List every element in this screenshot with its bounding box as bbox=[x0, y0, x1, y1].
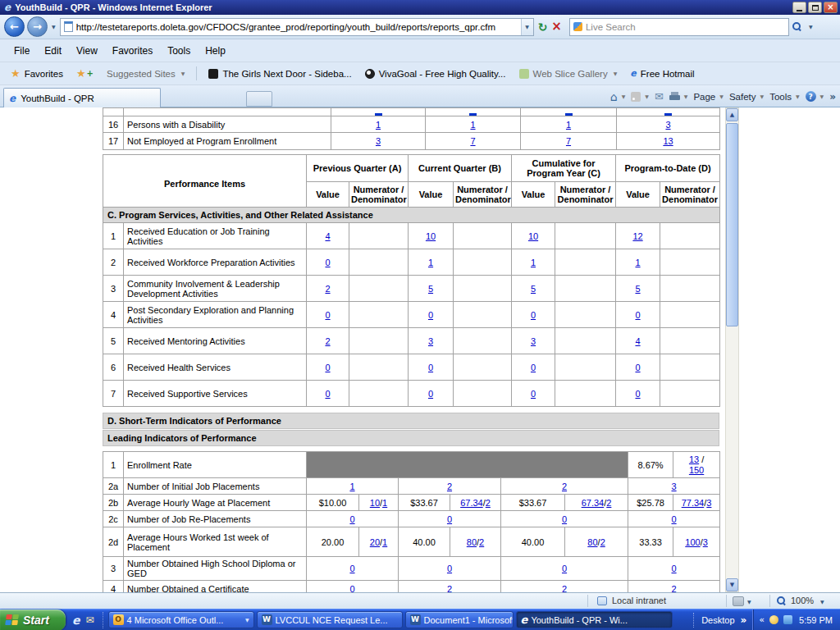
value-link[interactable]: 1 bbox=[531, 258, 536, 267]
numerator-link[interactable]: 10 bbox=[370, 498, 380, 508]
vertical-scrollbar[interactable]: ▲ ▼ bbox=[725, 107, 739, 592]
value-link[interactable]: 2 bbox=[325, 284, 330, 294]
denominator-link[interactable]: 2 bbox=[479, 537, 484, 547]
value-link[interactable]: 1 bbox=[566, 120, 571, 130]
denominator-link[interactable]: 2 bbox=[606, 498, 611, 508]
refresh-button[interactable]: ↻ bbox=[538, 21, 548, 33]
address-input[interactable] bbox=[76, 19, 521, 35]
value-link[interactable]: 4 bbox=[635, 336, 640, 346]
zoom-level[interactable]: 100% bbox=[791, 596, 814, 605]
value-link[interactable]: 12 bbox=[632, 231, 642, 241]
scroll-down-button[interactable]: ▼ bbox=[726, 578, 738, 591]
search-button[interactable] bbox=[789, 18, 806, 36]
value-link[interactable]: 0 bbox=[531, 310, 536, 320]
value-link[interactable]: 5 bbox=[531, 284, 536, 294]
home-button[interactable]: ⌂ ▼ bbox=[610, 91, 626, 103]
value-link[interactable]: 13 bbox=[663, 136, 673, 146]
value-link[interactable]: 2 bbox=[447, 584, 452, 593]
mail-quicklaunch-icon[interactable]: ✉ bbox=[86, 614, 94, 626]
close-button[interactable]: × bbox=[824, 2, 838, 13]
tab-youthbuild-qpr[interactable]: e YouthBuild - QPR bbox=[3, 88, 161, 107]
menu-edit[interactable]: Edit bbox=[37, 43, 69, 59]
value-link[interactable]: 0 bbox=[325, 310, 330, 320]
maximize-button[interactable] bbox=[808, 2, 822, 13]
help-button[interactable]: ? ▼ bbox=[806, 91, 824, 102]
numerator-link[interactable]: 13 bbox=[689, 454, 699, 464]
menu-file[interactable]: File bbox=[7, 43, 37, 59]
address-dropdown[interactable]: ▼ bbox=[521, 19, 533, 35]
value-link[interactable]: 2 bbox=[562, 482, 567, 491]
value-link[interactable]: 0 bbox=[325, 389, 330, 399]
value-link[interactable]: 4 bbox=[325, 231, 330, 241]
value-link[interactable]: 3 bbox=[428, 336, 433, 346]
recent-pages-dropdown[interactable]: ▼ bbox=[52, 24, 56, 30]
value-link[interactable]: 0 bbox=[349, 584, 354, 593]
value-link[interactable]: 2 bbox=[447, 482, 452, 491]
denominator-link[interactable]: 3 bbox=[706, 498, 711, 508]
numerator-link[interactable]: 80 bbox=[467, 537, 477, 547]
value-link[interactable]: 7 bbox=[470, 136, 475, 146]
value-link[interactable]: 1 bbox=[635, 258, 640, 267]
clock[interactable]: 5:59 PM bbox=[799, 615, 833, 625]
value-link[interactable]: 0 bbox=[672, 564, 677, 573]
search-input[interactable] bbox=[586, 19, 788, 35]
value-link[interactable]: 5 bbox=[635, 284, 640, 294]
value-link[interactable]: 0 bbox=[428, 310, 433, 320]
value-link[interactable]: 0 bbox=[325, 258, 330, 267]
value-link[interactable]: 7 bbox=[566, 136, 571, 146]
security-report-icon[interactable] bbox=[733, 596, 744, 606]
numerator-link[interactable]: 67.34 bbox=[460, 498, 483, 508]
value-link[interactable]: 0 bbox=[349, 564, 354, 573]
menu-help[interactable]: Help bbox=[198, 43, 233, 59]
tray-collapse-button[interactable]: « bbox=[759, 614, 765, 625]
toolbar-overflow-button[interactable]: » bbox=[829, 91, 836, 103]
value-link[interactable]: 10 bbox=[528, 231, 538, 241]
value-link[interactable]: 10 bbox=[426, 231, 436, 241]
favorites-link-free-hotmail[interactable]: e Free Hotmail bbox=[624, 66, 700, 81]
favorites-link-vivagoal[interactable]: VivaGoal - Free High Quality... bbox=[359, 66, 512, 81]
value-link[interactable]: 3 bbox=[665, 120, 670, 130]
tray-icon[interactable] bbox=[769, 615, 778, 624]
page-menu-button[interactable]: Page ▼ bbox=[693, 92, 723, 102]
numerator-link[interactable]: 100 bbox=[685, 537, 700, 547]
back-button[interactable]: ← bbox=[4, 16, 25, 37]
tray-icon[interactable] bbox=[783, 615, 792, 624]
denominator-link[interactable]: 1 bbox=[382, 498, 387, 508]
taskbar-button-outlook-group[interactable]: O 4 Microsoft Office Outl... ▼ bbox=[108, 611, 254, 628]
numerator-link[interactable]: 77.34 bbox=[682, 498, 705, 508]
minimize-button[interactable] bbox=[792, 2, 806, 13]
value-link[interactable]: 2 bbox=[562, 584, 567, 593]
suggested-sites-button[interactable]: Suggested Sites ▼ bbox=[101, 66, 190, 81]
value-link[interactable]: 0 bbox=[349, 514, 354, 524]
value-link[interactable]: 3 bbox=[672, 482, 677, 491]
value-link[interactable]: 1 bbox=[349, 482, 354, 491]
favorites-link-girls-next-door[interactable]: The Girls Next Door - Sideba... bbox=[203, 66, 357, 81]
search-options-dropdown[interactable]: ▼ bbox=[809, 24, 813, 30]
favorites-link-web-slice-gallery[interactable]: Web Slice Gallery ▼ bbox=[514, 66, 623, 81]
value-link[interactable]: 0 bbox=[635, 389, 640, 399]
value-link[interactable]: 0 bbox=[672, 514, 677, 524]
safety-menu-button[interactable]: Safety ▼ bbox=[729, 92, 764, 102]
read-mail-button[interactable]: ✉ bbox=[655, 91, 664, 102]
chevron-down-icon[interactable]: ▼ bbox=[747, 599, 751, 605]
denominator-link[interactable]: 150 bbox=[689, 465, 704, 475]
tools-menu-button[interactable]: Tools ▼ bbox=[769, 92, 799, 102]
value-link[interactable]: 5 bbox=[428, 284, 433, 294]
value-link[interactable]: 0 bbox=[635, 310, 640, 320]
zoom-dropdown[interactable]: ▼ bbox=[820, 599, 824, 605]
value-link[interactable]: 2 bbox=[325, 336, 330, 346]
value-link[interactable]: 1 bbox=[376, 120, 381, 130]
value-link[interactable]: 0 bbox=[635, 363, 640, 372]
numerator-link[interactable]: 80 bbox=[587, 537, 597, 547]
numerator-link[interactable]: 20 bbox=[370, 537, 380, 547]
favorites-button[interactable]: ★ Favorites bbox=[5, 66, 69, 81]
toolbar-handle[interactable] bbox=[693, 613, 696, 628]
value-link[interactable]: 0 bbox=[562, 564, 567, 573]
value-link[interactable]: 0 bbox=[428, 363, 433, 372]
new-tab-button[interactable] bbox=[246, 91, 272, 107]
value-link[interactable]: 0 bbox=[562, 514, 567, 524]
print-button[interactable]: ▼ bbox=[669, 92, 688, 101]
value-link[interactable]: 0 bbox=[447, 514, 452, 524]
desktop-overflow-button[interactable]: » bbox=[741, 614, 747, 626]
taskbar-button-lvccul-word[interactable]: W LVCCUL NCE Request Le... bbox=[257, 611, 403, 628]
